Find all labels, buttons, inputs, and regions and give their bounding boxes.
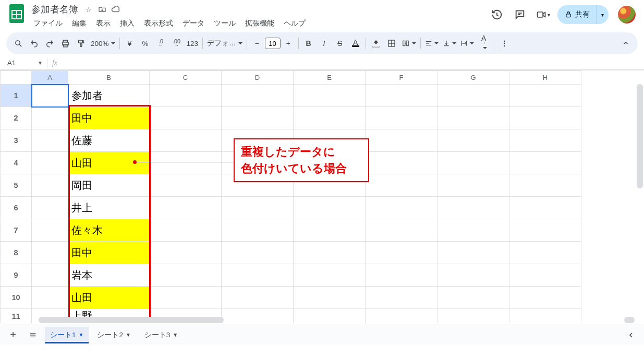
- menu-edit[interactable]: 編集: [68, 17, 91, 30]
- cell-E10[interactable]: [294, 287, 366, 309]
- cell-A9[interactable]: [32, 264, 68, 287]
- col-header-C[interactable]: C: [150, 71, 222, 85]
- cell-A8[interactable]: [32, 242, 68, 264]
- bold-button[interactable]: B: [301, 35, 317, 51]
- font-size-input[interactable]: [265, 38, 281, 49]
- text-rotation-button[interactable]: A→: [476, 35, 492, 51]
- cell-D8[interactable]: [222, 242, 294, 264]
- toolbar-more-icon[interactable]: ⋮: [496, 35, 512, 51]
- redo-icon[interactable]: [42, 35, 57, 51]
- vertical-scrollbar[interactable]: [637, 84, 643, 314]
- cell-E6[interactable]: [294, 197, 366, 219]
- select-all-corner[interactable]: [1, 71, 32, 85]
- cell-F2[interactable]: [366, 107, 438, 129]
- col-header-F[interactable]: F: [366, 71, 438, 85]
- cell-G7[interactable]: [438, 219, 509, 242]
- cell-H10[interactable]: [509, 287, 581, 309]
- row-header-9[interactable]: 9: [1, 264, 32, 287]
- more-formats-button[interactable]: 123: [185, 35, 201, 51]
- cell-E2[interactable]: [294, 107, 366, 129]
- cell-G9[interactable]: [438, 264, 509, 287]
- italic-button[interactable]: I: [317, 35, 332, 51]
- name-box[interactable]: A1 ▼: [2, 59, 47, 67]
- menu-insert[interactable]: 挿入: [116, 17, 139, 30]
- cell-C2[interactable]: [150, 107, 222, 129]
- cell-H9[interactable]: [509, 264, 581, 287]
- currency-button[interactable]: ¥: [122, 35, 138, 51]
- cell-F3[interactable]: [366, 129, 438, 152]
- row-header-8[interactable]: 8: [1, 242, 32, 264]
- sheet-tab-3[interactable]: シート3▼: [139, 327, 183, 343]
- horizontal-scrollbar-end[interactable]: [624, 317, 635, 323]
- move-to-folder-icon[interactable]: [97, 4, 107, 15]
- cell-B8[interactable]: 田中: [68, 242, 150, 264]
- comments-icon[interactable]: [512, 6, 528, 23]
- star-icon[interactable]: ☆: [83, 4, 94, 15]
- cell-E8[interactable]: [294, 242, 366, 264]
- horizontal-scrollbar[interactable]: [39, 317, 224, 323]
- cell-E1[interactable]: [294, 85, 366, 107]
- increase-font-size-button[interactable]: +: [281, 35, 296, 51]
- col-header-E[interactable]: E: [294, 71, 366, 85]
- cell-C10[interactable]: [150, 287, 222, 309]
- cell-E11[interactable]: [294, 309, 366, 324]
- cell-G3[interactable]: [438, 129, 509, 152]
- cell-F7[interactable]: [366, 219, 438, 242]
- cell-D9[interactable]: [222, 264, 294, 287]
- cell-F8[interactable]: [366, 242, 438, 264]
- cell-B2[interactable]: 田中: [68, 107, 150, 129]
- sheet-tab-2[interactable]: シート2▼: [92, 327, 136, 343]
- cell-E7[interactable]: [294, 219, 366, 242]
- strikethrough-button[interactable]: S: [332, 35, 348, 51]
- cell-G11[interactable]: [438, 309, 509, 324]
- menu-ext[interactable]: 拡張機能: [241, 17, 278, 30]
- cell-B10[interactable]: 山田: [68, 287, 150, 309]
- cell-H3[interactable]: [509, 129, 581, 152]
- cell-A10[interactable]: [32, 287, 68, 309]
- formula-input[interactable]: [62, 57, 644, 69]
- cell-H5[interactable]: [509, 174, 581, 197]
- cell-D2[interactable]: [222, 107, 294, 129]
- cell-A3[interactable]: [32, 129, 68, 152]
- cell-H6[interactable]: [509, 197, 581, 219]
- cell-G2[interactable]: [438, 107, 509, 129]
- row-header-3[interactable]: 3: [1, 129, 32, 152]
- menu-help[interactable]: ヘルプ: [280, 17, 310, 30]
- cell-D7[interactable]: [222, 219, 294, 242]
- font-family-dropdown[interactable]: デフォ…: [205, 35, 245, 51]
- cell-A4[interactable]: [32, 152, 68, 174]
- cell-C6[interactable]: [150, 197, 222, 219]
- doc-title[interactable]: 参加者名簿: [29, 2, 80, 17]
- cell-F4[interactable]: [366, 152, 438, 174]
- cell-C8[interactable]: [150, 242, 222, 264]
- add-sheet-button[interactable]: +: [5, 327, 21, 343]
- cell-H7[interactable]: [509, 219, 581, 242]
- menu-view[interactable]: 表示: [92, 17, 115, 30]
- cell-C5[interactable]: [150, 174, 222, 197]
- cell-B1[interactable]: 参加者: [68, 85, 150, 107]
- cell-A5[interactable]: [32, 174, 68, 197]
- menu-file[interactable]: ファイル: [29, 17, 67, 30]
- col-header-D[interactable]: D: [222, 71, 294, 85]
- cell-H8[interactable]: [509, 242, 581, 264]
- row-header-4[interactable]: 4: [1, 152, 32, 174]
- borders-button[interactable]: [384, 35, 399, 51]
- cell-B6[interactable]: 井上: [68, 197, 150, 219]
- h-align-button[interactable]: [423, 35, 441, 51]
- meet-icon[interactable]: ▾: [534, 6, 551, 23]
- undo-icon[interactable]: [26, 35, 42, 51]
- cell-C3[interactable]: [150, 129, 222, 152]
- cell-F6[interactable]: [366, 197, 438, 219]
- cell-G5[interactable]: [438, 174, 509, 197]
- v-align-button[interactable]: [441, 35, 458, 51]
- print-icon[interactable]: [57, 35, 73, 51]
- cell-H4[interactable]: [509, 152, 581, 174]
- row-header-7[interactable]: 7: [1, 219, 32, 242]
- cell-G4[interactable]: [438, 152, 509, 174]
- cell-F10[interactable]: [366, 287, 438, 309]
- cell-G8[interactable]: [438, 242, 509, 264]
- col-header-H[interactable]: H: [509, 71, 581, 85]
- cell-A2[interactable]: [32, 107, 68, 129]
- cell-F5[interactable]: [366, 174, 438, 197]
- cloud-status-icon[interactable]: [111, 4, 121, 15]
